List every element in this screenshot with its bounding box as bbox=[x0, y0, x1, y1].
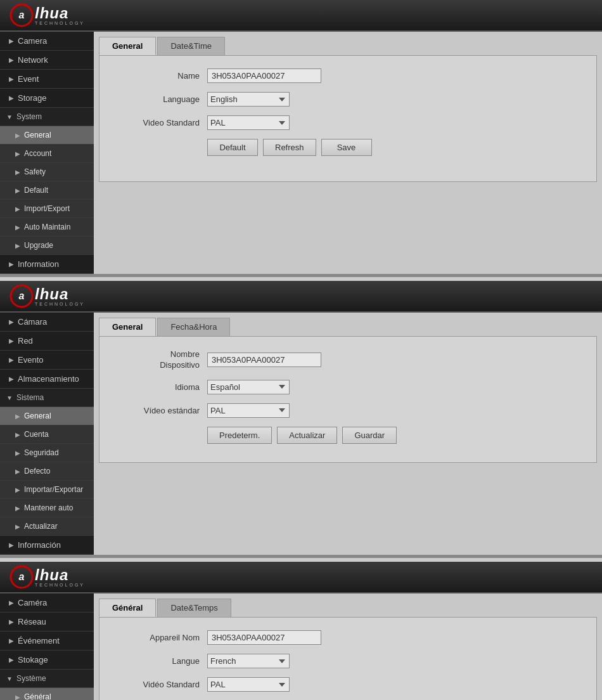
sidebar-item-1[interactable]: ▶Network bbox=[0, 51, 94, 70]
arrow-icon: ▶ bbox=[15, 694, 20, 701]
form-panel: NameLanguageEnglishVideo StandardPALDefa… bbox=[99, 55, 597, 182]
sidebar-item-12[interactable]: ▶Information bbox=[0, 255, 94, 274]
sidebar-item-0[interactable]: ▶Camera bbox=[0, 32, 94, 51]
main-layout: ▶Camera▶Network▶Event▶Storage▼System▶Gen… bbox=[0, 32, 602, 274]
field-input-0[interactable] bbox=[207, 630, 321, 645]
arrow-icon: ▶ bbox=[9, 375, 14, 382]
field-label-0: Appareil Nom bbox=[118, 633, 207, 642]
tab-1[interactable]: Date&Temps bbox=[157, 599, 231, 617]
logo: a lhua TECHNOLOGY bbox=[10, 565, 85, 589]
arrow-icon: ▶ bbox=[15, 468, 20, 475]
field-select-1[interactable]: Español bbox=[207, 380, 290, 394]
btn-predeterm-[interactable]: Predeterm. bbox=[207, 427, 272, 444]
sidebar-item-12[interactable]: ▶Información bbox=[0, 536, 94, 555]
arrow-icon: ▶ bbox=[9, 261, 14, 268]
arrow-icon: ▶ bbox=[15, 450, 20, 457]
sidebar-item-label: Almacenamiento bbox=[18, 374, 79, 384]
svg-text:a: a bbox=[19, 10, 25, 20]
sidebar-item-6[interactable]: ▶Cuenta bbox=[0, 425, 94, 444]
sidebar-item-7[interactable]: ▶Safety bbox=[0, 163, 94, 181]
sidebar-item-5[interactable]: ▶General bbox=[0, 407, 94, 425]
sidebar-item-label: Defecto bbox=[24, 467, 50, 476]
field-select-2[interactable]: PAL bbox=[207, 115, 290, 130]
sidebar-item-7[interactable]: ▶Seguridad bbox=[0, 444, 94, 462]
content-area: GénéralDate&TempsAppareil NomLangueFrenc… bbox=[94, 593, 602, 700]
sidebar-item-1[interactable]: ▶Réseau bbox=[0, 612, 94, 632]
panel-english-panel: a lhua TECHNOLOGY ▶Camera▶Network▶Event▶… bbox=[0, 0, 602, 277]
panel-spanish-panel: a lhua TECHNOLOGY ▶Cámara▶Red▶Evento▶Alm… bbox=[0, 281, 602, 558]
tab-0[interactable]: General bbox=[99, 318, 156, 336]
sidebar-item-0[interactable]: ▶Cámara bbox=[0, 313, 94, 332]
field-input-0[interactable] bbox=[207, 68, 321, 83]
sidebar: ▶Camera▶Network▶Event▶Storage▼System▶Gen… bbox=[0, 32, 94, 274]
form-row-2: Vídeo estándarPAL bbox=[118, 403, 577, 418]
btn-actualizar[interactable]: Actualizar bbox=[277, 427, 337, 444]
sidebar-item-label: Evento bbox=[18, 355, 43, 365]
button-row: Predeterm.ActualizarGuardar bbox=[207, 427, 577, 444]
field-select-2[interactable]: PAL bbox=[207, 677, 290, 692]
main-layout: ▶Cámara▶Red▶Evento▶Almacenamiento▼Sistem… bbox=[0, 313, 602, 555]
sidebar-item-8[interactable]: ▶Defecto bbox=[0, 462, 94, 481]
sidebar-item-9[interactable]: ▶Importar/Exportar bbox=[0, 481, 94, 499]
field-select-1[interactable]: French bbox=[207, 654, 290, 668]
logo-text: lhua TECHNOLOGY bbox=[35, 287, 85, 306]
field-label-1: Language bbox=[118, 94, 207, 104]
sidebar-item-label: General bbox=[24, 412, 51, 420]
form-row-1: IdiomaEspañol bbox=[118, 380, 577, 394]
sidebar-item-6[interactable]: ▶Account bbox=[0, 145, 94, 163]
arrow-icon: ▶ bbox=[9, 618, 14, 625]
btn-save[interactable]: Save bbox=[321, 139, 372, 156]
sidebar-item-11[interactable]: ▶Actualizar bbox=[0, 517, 94, 536]
btn-default[interactable]: Default bbox=[207, 139, 258, 156]
sidebar-item-4[interactable]: ▼System bbox=[0, 108, 94, 126]
sidebar-item-2[interactable]: ▶Event bbox=[0, 70, 94, 89]
btn-refresh[interactable]: Refresh bbox=[263, 139, 316, 156]
form-panel: Appareil NomLangueFrenchVidéo StandardPA… bbox=[99, 617, 597, 700]
arrow-icon: ▶ bbox=[15, 486, 20, 493]
logo-text: lhua TECHNOLOGY bbox=[35, 6, 85, 25]
arrow-icon: ▶ bbox=[15, 413, 20, 420]
sidebar-item-10[interactable]: ▶Auto Maintain bbox=[0, 218, 94, 237]
sidebar-item-label: Red bbox=[18, 336, 33, 346]
field-select-2[interactable]: PAL bbox=[207, 403, 290, 418]
logo-circle: a bbox=[10, 565, 34, 589]
sidebar-item-label: Event bbox=[18, 74, 39, 84]
sidebar-item-label: Système bbox=[16, 674, 46, 683]
main-layout: ▶Caméra▶Réseau▶Événement▶Stokage▼Système… bbox=[0, 593, 602, 700]
logo-circle: a bbox=[10, 3, 34, 27]
arrow-icon: ▶ bbox=[15, 132, 20, 139]
logo-circle: a bbox=[10, 284, 34, 308]
arrow-icon: ▶ bbox=[15, 187, 20, 194]
sidebar-item-10[interactable]: ▶Mantener auto bbox=[0, 499, 94, 517]
tab-1[interactable]: Date&Time bbox=[157, 37, 225, 55]
tab-0[interactable]: General bbox=[99, 37, 156, 55]
sidebar-item-4[interactable]: ▼Système bbox=[0, 670, 94, 688]
sidebar-item-5[interactable]: ▶General bbox=[0, 126, 94, 145]
tab-bar: GénéralDate&Temps bbox=[99, 599, 597, 617]
sidebar-item-label: Information bbox=[18, 259, 59, 269]
sidebar-item-0[interactable]: ▶Caméra bbox=[0, 593, 94, 612]
arrow-icon: ▼ bbox=[6, 675, 13, 682]
sidebar-item-9[interactable]: ▶Import/Export bbox=[0, 200, 94, 218]
field-select-1[interactable]: English bbox=[207, 92, 290, 107]
sidebar-item-label: System bbox=[16, 112, 42, 121]
sidebar-item-5[interactable]: ▶Général bbox=[0, 688, 94, 700]
arrow-icon: ▶ bbox=[9, 37, 14, 44]
btn-guardar[interactable]: Guardar bbox=[342, 427, 397, 444]
sidebar-item-11[interactable]: ▶Upgrade bbox=[0, 237, 94, 255]
sidebar-item-3[interactable]: ▶Storage bbox=[0, 89, 94, 108]
field-input-0[interactable] bbox=[207, 353, 321, 367]
sidebar-item-8[interactable]: ▶Default bbox=[0, 181, 94, 200]
sidebar-item-3[interactable]: ▶Stokage bbox=[0, 651, 94, 670]
tab-1[interactable]: Fecha&Hora bbox=[157, 318, 230, 336]
tab-0[interactable]: Général bbox=[99, 599, 156, 617]
panel-french-panel: a lhua TECHNOLOGY ▶Caméra▶Réseau▶Événeme… bbox=[0, 562, 602, 700]
arrow-icon: ▶ bbox=[15, 205, 20, 212]
sidebar-item-label: Caméra bbox=[18, 598, 47, 607]
sidebar-item-1[interactable]: ▶Red bbox=[0, 332, 94, 351]
sidebar-item-2[interactable]: ▶Evento bbox=[0, 351, 94, 370]
sidebar-item-4[interactable]: ▼Sistema bbox=[0, 389, 94, 407]
sidebar-item-2[interactable]: ▶Événement bbox=[0, 632, 94, 651]
arrow-icon: ▶ bbox=[9, 75, 14, 82]
sidebar-item-3[interactable]: ▶Almacenamiento bbox=[0, 370, 94, 389]
